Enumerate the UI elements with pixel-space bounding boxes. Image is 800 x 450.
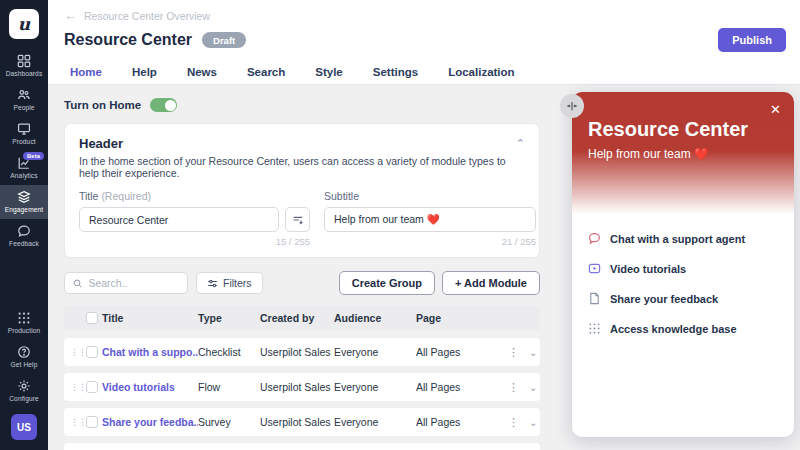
- sidebar-item-label: Feedback: [9, 240, 39, 247]
- module-page: All Pages: [416, 346, 508, 358]
- sidebar-item-configure[interactable]: Configure: [0, 374, 48, 408]
- user-avatar[interactable]: US: [11, 414, 37, 440]
- preview-item-label: Share your feedback: [610, 293, 718, 305]
- select-all-checkbox[interactable]: [86, 312, 98, 324]
- filters-label: Filters: [223, 277, 252, 289]
- table-row: ⋮⋮ Chat with a suppo... Checklist Userpi…: [64, 338, 540, 366]
- userpilot-logo[interactable]: u: [9, 9, 39, 39]
- module-created-by: Userpilot Sales: [260, 381, 334, 393]
- preview-item-chat[interactable]: Chat with a support agent: [588, 232, 778, 245]
- required-note: (Required): [101, 190, 151, 202]
- filters-button[interactable]: Filters: [196, 272, 263, 294]
- collapse-horizontal-icon: [566, 100, 578, 112]
- table-header: Title Type Created by Audience Page: [64, 306, 540, 330]
- filters-icon: [207, 278, 218, 289]
- preview-item-video[interactable]: Video tutorials: [588, 262, 778, 275]
- title-row: Resource Center Draft Publish: [64, 28, 786, 52]
- status-badge: Draft: [202, 32, 246, 48]
- preview-header: ✕ Resource Center Help from our team ❤️: [572, 92, 794, 214]
- document-icon: [588, 292, 601, 305]
- chevron-down-icon[interactable]: ⌄: [529, 417, 537, 428]
- product-icon: [17, 122, 31, 136]
- module-action-row: Filters Create Group + Add Module: [64, 271, 540, 295]
- feedback-icon: [17, 224, 31, 238]
- drag-handle-icon[interactable]: ⋮⋮: [64, 418, 80, 427]
- row-checkbox[interactable]: [86, 416, 98, 428]
- preview-title: Resource Center: [588, 118, 778, 141]
- subtitle-input-line: [324, 207, 536, 232]
- module-title-link[interactable]: Share your feedba...: [102, 416, 198, 428]
- sidebar-item-dashboards[interactable]: Dashboards: [0, 49, 48, 83]
- back-arrow-icon[interactable]: ←: [64, 9, 77, 22]
- create-group-button[interactable]: Create Group: [339, 271, 435, 295]
- row-actions: ⋮⌄: [508, 416, 547, 429]
- sidebar-item-label: Product: [12, 138, 35, 145]
- sidebar-item-analytics[interactable]: Beta Analytics: [0, 151, 48, 185]
- sidebar-item-engagement[interactable]: Engagement: [0, 185, 48, 219]
- people-icon: [17, 88, 31, 102]
- turn-on-home-row: Turn on Home: [64, 98, 540, 112]
- drag-handle-icon[interactable]: ⋮⋮: [64, 383, 80, 392]
- title-field-label: Title (Required): [79, 190, 310, 202]
- sidebar-item-label: Get Help: [11, 361, 38, 368]
- search-input[interactable]: [88, 277, 179, 289]
- subtitle-char-counter: 21 / 255: [324, 236, 536, 247]
- header-card-fields: Title (Required) 15 / 255: [79, 190, 525, 247]
- knowledge-base-icon: [588, 322, 601, 335]
- subtitle-field-group: Subtitle 21 / 255: [324, 190, 536, 247]
- sidebar-item-production[interactable]: Production: [0, 306, 48, 340]
- close-icon[interactable]: ✕: [770, 102, 781, 117]
- module-page: All Pages: [416, 416, 508, 428]
- breadcrumb[interactable]: ← Resource Center Overview: [64, 9, 786, 22]
- engagement-icon: [17, 190, 31, 204]
- preview-collapse-handle[interactable]: [560, 94, 584, 118]
- row-checkbox[interactable]: [86, 381, 98, 393]
- sidebar-item-get-help[interactable]: Get Help: [0, 340, 48, 374]
- kebab-menu-icon[interactable]: ⋮: [508, 346, 519, 359]
- column-header-created-by: Created by: [260, 312, 334, 324]
- sidebar-item-label: Configure: [9, 395, 39, 402]
- chevron-up-icon[interactable]: ⌃: [516, 137, 525, 150]
- table-row: ⋮⋮ Access knowledge ... Link Userpilot S…: [64, 443, 540, 450]
- chevron-down-icon[interactable]: ⌄: [529, 347, 537, 358]
- search-box[interactable]: [64, 272, 188, 294]
- turn-on-home-toggle[interactable]: [150, 98, 177, 112]
- drag-handle-icon[interactable]: ⋮⋮: [64, 348, 80, 357]
- header-card-title: Header: [79, 136, 123, 151]
- module-audience: Everyone: [334, 346, 416, 358]
- text-options-icon: [292, 214, 304, 226]
- title-input[interactable]: [79, 207, 279, 232]
- kebab-menu-icon[interactable]: ⋮: [508, 381, 519, 394]
- title-label-text: Title: [79, 190, 98, 202]
- preview-item-knowledge[interactable]: Access knowledge base: [588, 322, 778, 335]
- subtitle-input[interactable]: [324, 207, 536, 232]
- help-icon: [17, 345, 31, 359]
- table-row: ⋮⋮ Video tutorials Flow Userpilot Sales …: [64, 373, 540, 401]
- main-content: ← Resource Center Overview Resource Cent…: [48, 0, 800, 450]
- preview-item-feedback[interactable]: Share your feedback: [588, 292, 778, 305]
- subtitle-label-text: Subtitle: [324, 190, 359, 202]
- kebab-menu-icon[interactable]: ⋮: [508, 416, 519, 429]
- sidebar-item-people[interactable]: People: [0, 83, 48, 117]
- sidebar-item-label: Analytics: [10, 172, 37, 179]
- video-icon: [588, 262, 601, 275]
- breadcrumb-label: Resource Center Overview: [84, 10, 210, 22]
- row-checkbox[interactable]: [86, 346, 98, 358]
- sidebar-item-feedback[interactable]: Feedback: [0, 219, 48, 253]
- sidebar-item-label: People: [13, 104, 34, 111]
- app-window: u Dashboards People Product Beta Analyti…: [0, 0, 800, 450]
- sidebar-item-product[interactable]: Product: [0, 117, 48, 151]
- chevron-down-icon[interactable]: ⌄: [529, 382, 537, 393]
- module-title-link[interactable]: Chat with a suppo...: [102, 346, 198, 358]
- column-header-title: Title: [102, 312, 198, 324]
- header-card: Header ⌃ In the home section of your Res…: [64, 123, 540, 258]
- text-options-button[interactable]: [285, 207, 310, 232]
- row-actions: ⋮⌄: [508, 346, 547, 359]
- add-module-button[interactable]: + Add Module: [442, 271, 540, 295]
- toggle-knob: [165, 100, 176, 111]
- header-card-head: Header ⌃: [79, 136, 525, 151]
- module-title-link[interactable]: Video tutorials: [102, 381, 198, 393]
- publish-button[interactable]: Publish: [718, 28, 786, 52]
- page-body: Turn on Home Header ⌃ In the home sectio…: [48, 85, 800, 450]
- column-header-type: Type: [198, 312, 260, 324]
